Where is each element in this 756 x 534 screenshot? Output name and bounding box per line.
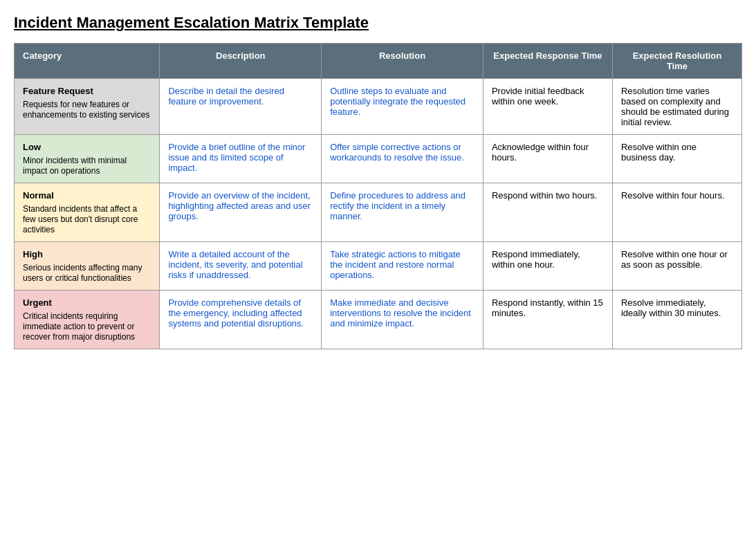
resolution-time-cell: Resolution time varies based on complexi…	[612, 79, 741, 135]
response-time-cell: Respond instantly, within 15 minutes.	[483, 291, 612, 349]
category-name: Low	[23, 142, 151, 152]
category-cell: Normal Standard incidents that affect a …	[15, 183, 160, 242]
table-row: High Serious incidents affecting many us…	[15, 242, 742, 291]
header-resolution-time: Expected Resolution Time	[612, 44, 741, 79]
category-name: Urgent	[23, 297, 151, 308]
response-time-cell: Provide initial feedback within one week…	[483, 79, 612, 135]
description-cell: Provide a brief outline of the minor iss…	[160, 135, 322, 183]
response-time-cell: Respond immediately, within one hour.	[483, 242, 612, 291]
description-cell: Describe in detail the desired feature o…	[160, 79, 322, 135]
resolution-cell: Outline steps to evaluate and potentiall…	[322, 79, 483, 135]
description-cell: Provide comprehensive details of the eme…	[160, 291, 322, 349]
table-row: Normal Standard incidents that affect a …	[15, 183, 742, 242]
category-description: Minor incidents with minimal impact on o…	[23, 156, 127, 176]
table-header-row: Category Description Resolution Expected…	[15, 44, 742, 79]
category-cell: Urgent Critical incidents requiring imme…	[15, 291, 160, 349]
resolution-cell: Define procedures to address and rectify…	[322, 183, 483, 242]
category-name: Feature Request	[23, 86, 151, 96]
category-description: Critical incidents requiring immediate a…	[23, 311, 135, 342]
resolution-time-cell: Resolve within one hour or as soon as po…	[612, 242, 741, 291]
category-name: Normal	[23, 190, 151, 201]
category-description: Serious incidents affecting many users o…	[23, 263, 142, 283]
header-resolution: Resolution	[322, 44, 483, 79]
response-time-cell: Respond within two hours.	[483, 183, 612, 242]
table-row: Feature Request Requests for new feature…	[15, 79, 742, 135]
resolution-cell: Make immediate and decisive intervention…	[322, 291, 483, 349]
resolution-cell: Offer simple corrective actions or worka…	[322, 135, 483, 183]
header-description: Description	[160, 44, 322, 79]
header-category: Category	[15, 44, 160, 79]
category-cell: High Serious incidents affecting many us…	[15, 242, 160, 291]
resolution-cell: Take strategic actions to mitigate the i…	[322, 242, 483, 291]
category-description: Requests for new features or enhancement…	[23, 100, 149, 120]
category-description: Standard incidents that affect a few use…	[23, 204, 138, 234]
resolution-time-cell: Resolve within four hours.	[612, 183, 741, 242]
resolution-time-cell: Resolve within one business day.	[612, 135, 741, 183]
category-name: High	[23, 249, 151, 259]
page-title: Incident Management Escalation Matrix Te…	[14, 14, 742, 32]
description-cell: Write a detailed account of the incident…	[160, 242, 322, 291]
escalation-matrix-table: Category Description Resolution Expected…	[14, 43, 742, 349]
header-response-time: Expected Response Time	[483, 44, 612, 79]
response-time-cell: Acknowledge within four hours.	[483, 135, 612, 183]
table-row: Low Minor incidents with minimal impact …	[15, 135, 742, 183]
description-cell: Provide an overview of the incident, hig…	[160, 183, 322, 242]
category-cell: Feature Request Requests for new feature…	[15, 79, 160, 135]
table-row: Urgent Critical incidents requiring imme…	[15, 291, 742, 349]
resolution-time-cell: Resolve immediately, ideally within 30 m…	[612, 291, 741, 349]
category-cell: Low Minor incidents with minimal impact …	[15, 135, 160, 183]
